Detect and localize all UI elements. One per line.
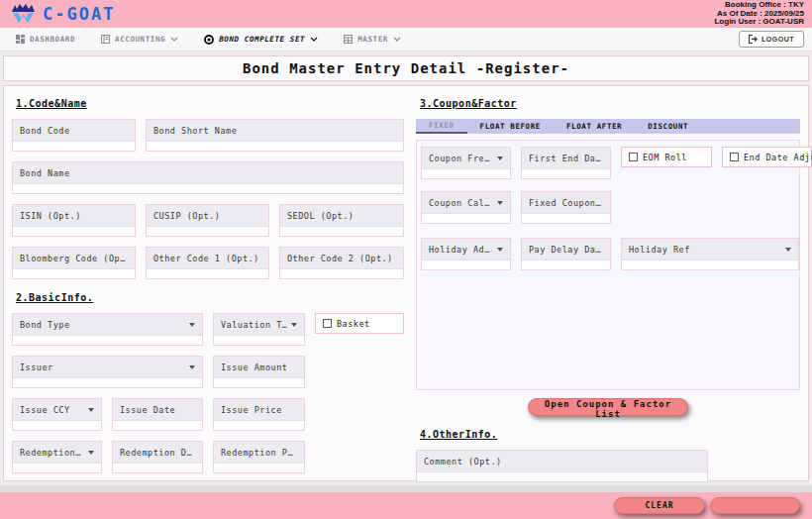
issue-price-input[interactable] <box>214 421 304 430</box>
section-title-code-name: 1.Code&Name <box>16 98 404 109</box>
sedol-input[interactable] <box>280 227 403 236</box>
field-other-code-1: Other Code 1 (Opt.) <box>146 247 269 279</box>
nav-item-dashboard[interactable]: DASHBOARD <box>16 35 75 44</box>
field-bloomberg-code: Bloomberg Code (Opt.) <box>12 247 136 279</box>
checkbox-icon <box>323 319 332 328</box>
bond-short-name-input[interactable] <box>147 142 403 151</box>
comment-input[interactable] <box>417 472 707 481</box>
issue-ccy-select[interactable]: Issue CCY <box>13 399 101 421</box>
tab-float-after[interactable]: FLOAT AFTER <box>554 119 635 134</box>
field-issue-amount: Issue Amount <box>213 356 305 388</box>
eom-roll-checkbox[interactable]: EOM Roll <box>621 147 712 167</box>
coupon-frequency-select[interactable]: Coupon Freque… <box>422 148 510 169</box>
register-button[interactable] <box>710 497 800 514</box>
bloomberg-code-input[interactable] <box>13 269 135 278</box>
goat-logo-icon <box>10 3 37 25</box>
right-column: 3.Coupon&Factor FIXED FLOAT BEFORE FLOAT… <box>416 94 800 472</box>
form-row: Bond Code Bond Short Name <box>12 119 404 152</box>
footer-shadow-band <box>0 485 812 492</box>
field-label: Coupon Calc T… <box>429 198 493 208</box>
tab-discount[interactable]: DISCOUNT <box>635 119 701 134</box>
issuer-select[interactable]: Issuer <box>13 357 202 378</box>
app-header: C-GOAT Booking Office : TKY As Of Date :… <box>0 0 812 28</box>
first-end-date-input[interactable] <box>522 169 610 178</box>
end-date-adjust-checkbox[interactable]: End Date Adjust <box>722 147 812 167</box>
field-issue-price: Issue Price <box>213 398 305 431</box>
field-label: Issue Amount <box>221 363 287 372</box>
field-bond-short-name: Bond Short Name <box>146 119 404 152</box>
form-row: Bond Type Valuation Type Basket <box>12 313 404 346</box>
holiday-adjust-select[interactable]: Holiday Adjust <box>422 239 510 260</box>
other-code-2-input[interactable] <box>280 269 403 278</box>
tab-float-before[interactable]: FLOAT BEFORE <box>467 119 554 134</box>
redemption-price-input[interactable] <box>214 464 304 472</box>
pay-delay-days-input[interactable] <box>522 260 610 269</box>
field-issue-ccy: Issue CCY <box>12 398 102 431</box>
other-code-1-input[interactable] <box>147 269 268 278</box>
logout-button[interactable]: LOGOUT <box>739 31 804 48</box>
checkbox-label: End Date Adjust <box>744 153 812 162</box>
field-label: Pay Delay Days <box>529 245 603 255</box>
nav-item-bond-complete-set[interactable]: BOND COMPLETE SET <box>204 35 318 45</box>
section-title-other-info: 4.OtherInfo. <box>420 429 800 440</box>
field-redemption-date: Redemption Date <box>112 441 203 473</box>
holiday-ref-select[interactable]: Holiday Ref <box>622 239 798 260</box>
field-bond-name: Bond Name <box>12 161 404 194</box>
bond-name-input[interactable] <box>13 184 403 193</box>
form-row: Coupon Calc T… Fixed Coupon Rate <box>421 191 795 224</box>
title-bar: Bond Master Entry Detail -Register- <box>3 55 809 81</box>
field-label: Issue Date <box>120 405 175 415</box>
form-row: Holiday Adjust Pay Delay Days Holiday Re… <box>421 238 795 270</box>
clear-button[interactable]: CLEAR <box>614 497 705 514</box>
bond-code-input[interactable] <box>13 142 135 151</box>
coupon-calc-type-select[interactable]: Coupon Calc T… <box>422 192 510 214</box>
field-label: Comment (Opt.) <box>424 457 502 467</box>
redemption-date-input[interactable] <box>113 464 202 472</box>
logout-icon <box>749 35 758 44</box>
field-issuer: Issuer <box>12 356 203 388</box>
dropdown-caret-icon <box>497 201 503 205</box>
section-title-coupon-factor: 3.Coupon&Factor <box>420 98 800 109</box>
valuation-type-select[interactable]: Valuation Type <box>214 314 304 336</box>
chevron-down-icon <box>393 37 401 42</box>
bond-type-select[interactable]: Bond Type <box>13 314 202 336</box>
checkbox-icon <box>730 153 739 161</box>
field-label: Valuation Type <box>221 320 287 330</box>
fixed-coupon-rate-input[interactable] <box>522 214 610 223</box>
basket-checkbox[interactable]: Basket <box>315 313 404 334</box>
dropdown-caret-icon <box>785 248 791 252</box>
field-label: Redemption Price <box>221 448 297 458</box>
tab-fixed[interactable]: FIXED <box>416 119 467 134</box>
dashboard-icon <box>16 35 25 44</box>
field-bond-type: Bond Type <box>12 313 203 346</box>
field-label: Coupon Freque… <box>429 154 493 163</box>
field-sedol: SEDOL (Opt.) <box>279 204 404 237</box>
field-label: Fixed Coupon Rate <box>529 198 603 208</box>
cusip-input[interactable] <box>147 227 268 236</box>
open-button-row: Open Coupon & Factor List <box>416 398 800 416</box>
checkbox-label: EOM Roll <box>643 153 687 162</box>
session-info: Booking Office : TKY As Of Date : 2025/0… <box>714 1 804 27</box>
field-bond-code: Bond Code <box>12 119 136 152</box>
form-row: Bloomberg Code (Opt.) Other Code 1 (Opt.… <box>12 247 404 279</box>
nav-item-master[interactable]: MASTER <box>344 35 401 44</box>
page-title: Bond Master Entry Detail -Register- <box>243 60 569 76</box>
open-coupon-factor-list-button[interactable]: Open Coupon & Factor List <box>528 398 688 416</box>
chevron-down-icon <box>170 37 178 42</box>
isin-input[interactable] <box>13 227 135 236</box>
field-label: Bond Code <box>20 126 70 136</box>
form-row: Bond Name <box>12 161 404 194</box>
issue-amount-input[interactable] <box>214 378 304 387</box>
dropdown-caret-icon <box>88 408 94 412</box>
field-comment: Comment (Opt.) <box>416 450 708 482</box>
dropdown-caret-icon <box>189 323 195 327</box>
brand: C-GOAT <box>10 3 115 25</box>
redemption-type-select[interactable]: Redemption Ty… <box>13 442 101 464</box>
dropdown-caret-icon <box>88 451 94 455</box>
field-label: Other Code 2 (Opt.) <box>287 254 393 263</box>
nav-item-accounting[interactable]: ACCOUNTING <box>101 35 178 44</box>
field-label: Issuer <box>20 363 53 372</box>
issue-date-input[interactable] <box>113 421 202 430</box>
field-label: Holiday Adjust <box>429 245 493 255</box>
page-body: Bond Master Entry Detail -Register- 1.Co… <box>0 52 812 485</box>
